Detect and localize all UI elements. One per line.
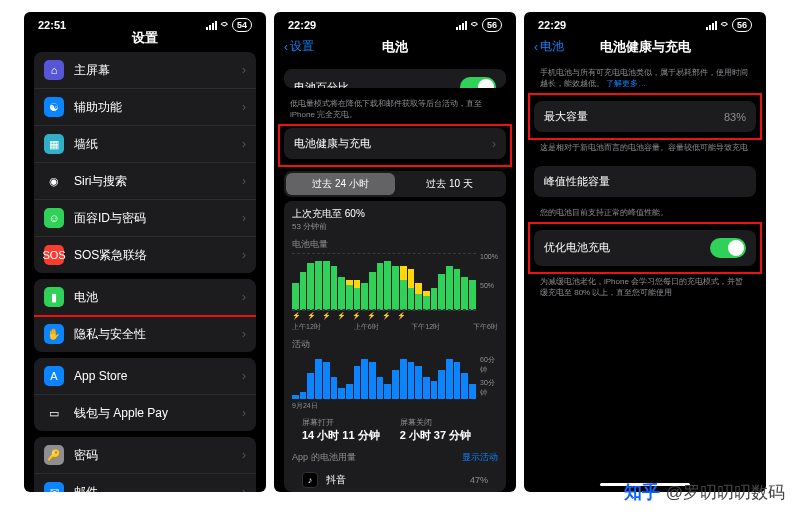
row-label: 最大容量	[544, 109, 714, 124]
privacy-icon: ✋	[44, 324, 64, 344]
chevron-right-icon: ›	[242, 406, 246, 420]
passwords-icon: 🔑	[44, 445, 64, 465]
optimized-charging-toggle[interactable]	[710, 238, 746, 258]
battery-indicator: 56	[482, 18, 502, 32]
activity-y-ticks: 60分钟 30分钟	[478, 353, 500, 399]
learn-more-link[interactable]: 了解更多…	[606, 79, 646, 88]
chevron-right-icon: ›	[242, 137, 246, 151]
home-icon: ⌂	[44, 60, 64, 80]
last-charge-title: 上次充电至 60%	[292, 207, 498, 221]
watermark-handle: @罗叨叨叨数码	[666, 481, 785, 504]
row-label: 隐私与安全性	[74, 326, 232, 343]
nav-header: ‹ 设置 电池	[274, 34, 516, 63]
signal-icon	[456, 21, 467, 30]
row-label: 钱包与 Apple Pay	[74, 405, 232, 422]
y-ticks: 100% 50%	[478, 253, 500, 311]
row-label: SOS紧急联络	[74, 247, 232, 264]
status-bar: 22:29 ⌔ 56	[524, 12, 766, 34]
app-name: 抖音	[326, 473, 346, 487]
activity-chart	[292, 353, 476, 399]
screen-battery-health: 22:29 ⌔ 56 ‹ 电池 电池健康与充电 手机电池与所有可充电电池类似，属…	[524, 12, 766, 492]
nav-header: 设置	[24, 34, 266, 46]
settings-row-siri[interactable]: ◉Siri与搜索›	[34, 163, 256, 200]
settings-row-privacy[interactable]: ✋隐私与安全性›	[34, 316, 256, 352]
row-label: 电池百分比	[294, 80, 450, 88]
watermark: 知乎 @罗叨叨叨数码	[624, 480, 785, 504]
low-power-footnote: 低电量模式将在降低下载和邮件获取等后台活动，直至 iPhone 完全充电。	[274, 94, 516, 126]
wifi-icon: ⌔	[221, 19, 228, 31]
optimized-charging-row[interactable]: 优化电池充电	[534, 230, 756, 266]
row-label: 主屏幕	[74, 62, 232, 79]
battery-indicator: 56	[732, 18, 752, 32]
faceid-icon: ☺	[44, 208, 64, 228]
settings-list[interactable]: ⌂主屏幕›☯辅助功能›▦墙纸›◉Siri与搜索›☺面容ID与密码›SOSSOS紧…	[24, 46, 266, 492]
x-ticks-activity: 9月24日	[292, 401, 498, 411]
douyin-icon: ♪	[302, 472, 318, 488]
row-label: App Store	[74, 369, 232, 383]
chevron-right-icon: ›	[242, 327, 246, 341]
stat-screen-off: 屏幕关闭 2 小时 37 分钟	[400, 417, 472, 443]
peak-performance-row[interactable]: 峰值性能容量	[534, 166, 756, 197]
max-capacity-value: 83%	[724, 111, 746, 123]
nav-header: ‹ 电池 电池健康与充电	[524, 34, 766, 63]
show-activity-link[interactable]: 显示活动	[462, 451, 498, 464]
status-bar: 22:29 ⌔ 56	[274, 12, 516, 34]
chevron-right-icon: ›	[242, 369, 246, 383]
app-pct: 47%	[470, 475, 488, 485]
time-range-segmented[interactable]: 过去 24 小时 过去 10 天	[284, 171, 506, 197]
intro-note: 手机电池与所有可充电电池类似，属于易耗部件，使用时间越长，能效越低。 了解更多…	[524, 63, 766, 95]
row-label: 辅助功能	[74, 99, 232, 116]
settings-row-faceid[interactable]: ☺面容ID与密码›	[34, 200, 256, 237]
row-label: 墙纸	[74, 136, 232, 153]
accessibility-icon: ☯	[44, 97, 64, 117]
battery-percentage-row[interactable]: 电池百分比	[284, 69, 506, 88]
x-ticks: 上午12时 上午6时 下午12时 下午6时	[292, 322, 498, 332]
chevron-right-icon: ›	[242, 100, 246, 114]
mail-icon: ✉	[44, 482, 64, 492]
usage-stats: 屏幕打开 14 小时 11 分钟 屏幕关闭 2 小时 37 分钟	[292, 411, 498, 443]
settings-row-appstore[interactable]: AApp Store›	[34, 358, 256, 395]
screen-battery: 22:29 ⌔ 56 ‹ 设置 电池 电池百分比 低电量模式 低电量模式将在降低…	[274, 12, 516, 492]
row-label: 邮件	[74, 484, 232, 493]
opt-note: 为减缓电池老化，iPhone 会学习您每日的充电模式，并暂缓充电至 80% 以上…	[524, 272, 766, 304]
status-time: 22:29	[538, 19, 566, 31]
app-usage-row[interactable]: ♪ 抖音 47%	[292, 464, 498, 488]
row-label: 电池	[74, 289, 232, 306]
settings-row-wallet[interactable]: ▭钱包与 Apple Pay›	[34, 395, 256, 431]
wallet-icon: ▭	[44, 403, 64, 423]
battery-pct-toggle[interactable]	[460, 77, 496, 88]
last-charge-sub: 53 分钟前	[292, 221, 498, 232]
battery-health-row[interactable]: 电池健康与充电 ›	[284, 128, 506, 159]
chevron-right-icon: ›	[242, 248, 246, 262]
settings-row-home[interactable]: ⌂主屏幕›	[34, 52, 256, 89]
settings-row-mail[interactable]: ✉邮件›	[34, 474, 256, 492]
charts-block: 上次充电至 60% 53 分钟前 电池电量 100% 50% ⚡⚡⚡⚡⚡⚡⚡⚡ …	[284, 201, 506, 492]
back-button[interactable]: ‹ 电池	[534, 38, 564, 55]
settings-row-wallpaper[interactable]: ▦墙纸›	[34, 126, 256, 163]
siri-icon: ◉	[44, 171, 64, 191]
wifi-icon: ⌔	[721, 19, 728, 31]
settings-row-sos[interactable]: SOSSOS紧急联络›	[34, 237, 256, 273]
status-time: 22:29	[288, 19, 316, 31]
chevron-right-icon: ›	[242, 485, 246, 492]
back-button[interactable]: ‹ 设置	[284, 38, 314, 55]
seg-24h[interactable]: 过去 24 小时	[286, 173, 395, 195]
battery-level-chart	[292, 253, 476, 311]
max-cap-note: 这是相对于新电池而言的电池容量。容量较低可能导致充电	[524, 138, 766, 159]
seg-10d[interactable]: 过去 10 天	[395, 173, 504, 195]
row-label: Siri与搜索	[74, 173, 232, 190]
chevron-right-icon: ›	[242, 174, 246, 188]
signal-icon	[206, 21, 217, 30]
wallpaper-icon: ▦	[44, 134, 64, 154]
battery-icon: ▮	[44, 287, 64, 307]
battery-indicator: 54	[232, 18, 252, 32]
row-label: 峰值性能容量	[544, 174, 746, 189]
max-capacity-row[interactable]: 最大容量 83%	[534, 101, 756, 132]
settings-row-accessibility[interactable]: ☯辅助功能›	[34, 89, 256, 126]
zhihu-logo: 知乎	[624, 480, 660, 504]
settings-row-passwords[interactable]: 🔑密码›	[34, 437, 256, 474]
settings-row-battery[interactable]: ▮电池›	[34, 279, 256, 316]
stat-screen-on: 屏幕打开 14 小时 11 分钟	[302, 417, 380, 443]
charge-indicators: ⚡⚡⚡⚡⚡⚡⚡⚡	[292, 311, 498, 320]
chevron-right-icon: ›	[242, 211, 246, 225]
